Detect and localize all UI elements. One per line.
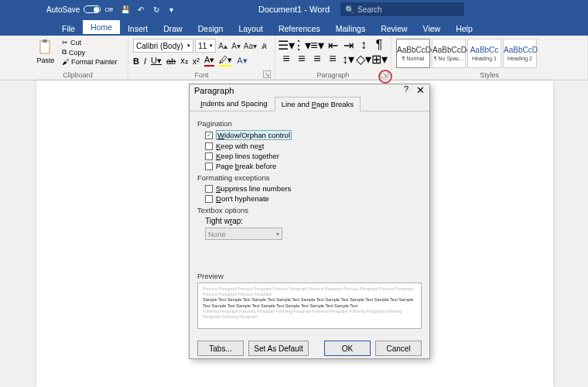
italic-button[interactable]: I (144, 57, 146, 66)
dialog-buttons: Tabs... Set As Default OK Cancel (190, 336, 429, 361)
styles-group: AaBbCcDd¶ Normal AaBbCcDd¶ No Spac... Aa… (391, 36, 588, 80)
bullets-button[interactable]: ☰▾ (280, 39, 292, 51)
style-normal[interactable]: AaBbCcDd¶ Normal (396, 39, 430, 68)
preview-box: Previous Paragraph Previous Paragraph Pr… (197, 283, 422, 329)
font-color-button[interactable]: A▾ (204, 55, 214, 67)
decrease-font-icon[interactable]: A▾ (231, 39, 242, 53)
ok-button[interactable]: OK (324, 341, 371, 356)
keep-with-next-checkbox[interactable]: Keep with next (205, 142, 422, 150)
cut-button[interactable]: ✂Cut (62, 39, 118, 46)
search-placeholder: Search (357, 5, 382, 14)
tab-references[interactable]: References (271, 22, 328, 36)
superscript-button[interactable]: x² (193, 57, 200, 66)
chevron-down-icon: ▾ (210, 43, 213, 49)
change-case-icon[interactable]: Aa▾ (244, 39, 257, 53)
save-icon[interactable]: 💾 (121, 5, 130, 14)
tab-view[interactable]: View (415, 22, 449, 36)
sort-button[interactable]: ↕ (357, 39, 370, 51)
decrease-indent-button[interactable]: ⇤ (326, 39, 339, 51)
font-size-select[interactable]: 11▾ (195, 39, 215, 53)
toggle-icon (84, 5, 101, 13)
align-right-button[interactable]: ≡ (311, 53, 323, 65)
borders-button[interactable]: ⊞▾ (373, 53, 385, 65)
checkbox-icon (205, 152, 213, 160)
paragraph-launcher-icon[interactable]: ↘ (381, 70, 388, 78)
autosave-label: AutoSave (46, 5, 80, 14)
format-painter-button[interactable]: 🖌Format Painter (62, 58, 118, 66)
tab-indents-spacing[interactable]: Indents and Spacing (193, 96, 275, 111)
checkbox-icon (205, 142, 213, 150)
justify-button[interactable]: ≡ (326, 53, 339, 65)
multilevel-button[interactable]: ≡▾ (311, 39, 323, 51)
autosave-toggle[interactable]: AutoSave Off (46, 5, 113, 14)
tab-mailings[interactable]: Mailings (328, 22, 374, 36)
close-icon[interactable]: ✕ (416, 84, 425, 96)
increase-font-icon[interactable]: A▴ (217, 39, 229, 53)
tab-draw[interactable]: Draw (156, 22, 190, 36)
style-heading1[interactable]: AaBbCcHeading 1 (467, 39, 501, 68)
checkbox-icon (205, 185, 213, 193)
undo-icon[interactable]: ↶ (136, 5, 145, 14)
tab-layout[interactable]: Layout (231, 22, 271, 36)
text-effects-button[interactable]: A▾ (237, 56, 247, 66)
dialog-tabs: Indents and Spacing Line and Page Breaks (190, 96, 429, 111)
tabs-button[interactable]: Tabs... (197, 341, 244, 356)
brush-icon: 🖌 (62, 58, 69, 66)
dont-hyphenate-checkbox[interactable]: Don't hyphenate (205, 194, 422, 203)
copy-button[interactable]: ⧉Copy (62, 48, 118, 57)
tab-home[interactable]: Home (83, 20, 120, 36)
paste-button[interactable]: Paste (32, 39, 59, 66)
qat-dropdown-icon[interactable]: ▾ (167, 5, 176, 14)
line-spacing-button[interactable]: ↕▾ (342, 53, 354, 65)
highlight-button[interactable]: 🖊▾ (219, 55, 232, 67)
search-box[interactable]: 🔍 Search (340, 2, 464, 16)
clipboard-group: Paste ✂Cut ⧉Copy 🖌Format Painter Clipboa… (28, 36, 128, 80)
style-heading2[interactable]: AaBbCcDHeading 2 (503, 39, 537, 68)
tight-wrap-label: Tight wrap: (205, 217, 243, 225)
dialog-title-text: Paragraph (194, 86, 234, 95)
title-bar: AutoSave Off 💾 ↶ ↻ ▾ Document1 - Word 🔍 … (0, 0, 588, 19)
numbering-button[interactable]: ⋮▾ (296, 39, 308, 51)
tab-line-page-breaks[interactable]: Line and Page Breaks (275, 97, 361, 111)
style-no-spacing[interactable]: AaBbCcDd¶ No Spac... (432, 39, 466, 68)
bold-button[interactable]: B (133, 57, 139, 66)
styles-label: Styles (396, 71, 583, 80)
help-icon[interactable]: ? (404, 84, 409, 96)
svg-rect-1 (43, 39, 47, 43)
shading-button[interactable]: ◇▾ (357, 53, 370, 65)
ribbon-tabs: File Home Insert Draw Design Layout Refe… (0, 19, 588, 36)
cancel-button[interactable]: Cancel (375, 341, 422, 356)
search-icon: 🔍 (345, 5, 354, 14)
document-title: Document1 - Word (258, 5, 330, 14)
set-default-button[interactable]: Set As Default (248, 341, 309, 356)
increase-indent-button[interactable]: ⇥ (342, 39, 354, 51)
strike-button[interactable]: ab (166, 57, 176, 66)
autosave-state: Off (104, 6, 113, 13)
tab-help[interactable]: Help (448, 22, 480, 36)
tab-design[interactable]: Design (190, 22, 231, 36)
quick-access-toolbar: 💾 ↶ ↻ ▾ (121, 5, 176, 14)
tab-insert[interactable]: Insert (120, 22, 156, 36)
underline-button[interactable]: U▾ (151, 56, 162, 66)
show-marks-button[interactable]: ¶ (373, 39, 385, 51)
clear-format-icon[interactable]: A̷ (258, 39, 270, 53)
font-name-select[interactable]: Calibri (Body)▾ (133, 39, 193, 53)
subscript-button[interactable]: x₂ (180, 56, 188, 66)
page-break-before-checkbox[interactable]: Page break before (205, 162, 422, 170)
keep-lines-together-checkbox[interactable]: Keep lines together (205, 152, 422, 160)
tab-review[interactable]: Review (373, 22, 415, 36)
svg-rect-0 (40, 41, 50, 53)
chevron-down-icon: ▾ (187, 43, 190, 49)
redo-icon[interactable]: ↻ (152, 5, 161, 14)
ribbon: Paste ✂Cut ⧉Copy 🖌Format Painter Clipboa… (0, 36, 588, 80)
align-left-button[interactable]: ≡ (280, 53, 292, 65)
suppress-line-numbers-checkbox[interactable]: Suppress line numbers (205, 184, 422, 193)
formatting-exceptions-heading: Formatting exceptions (197, 173, 422, 182)
font-label: Font (133, 71, 270, 80)
tab-file[interactable]: File (54, 22, 83, 36)
paragraph-group: ☰▾ ⋮▾ ≡▾ ⇤ ⇥ ↕ ¶ ≡ ≡ ≡ ≡ ↕▾ ◇▾ ⊞▾ Paragr… (275, 36, 391, 80)
align-center-button[interactable]: ≡ (296, 53, 308, 65)
widow-orphan-checkbox[interactable]: Widow/Orphan control (205, 130, 422, 140)
paragraph-dialog: Paragraph ? ✕ Indents and Spacing Line a… (189, 84, 430, 359)
font-launcher-icon[interactable]: ↘ (263, 70, 271, 78)
